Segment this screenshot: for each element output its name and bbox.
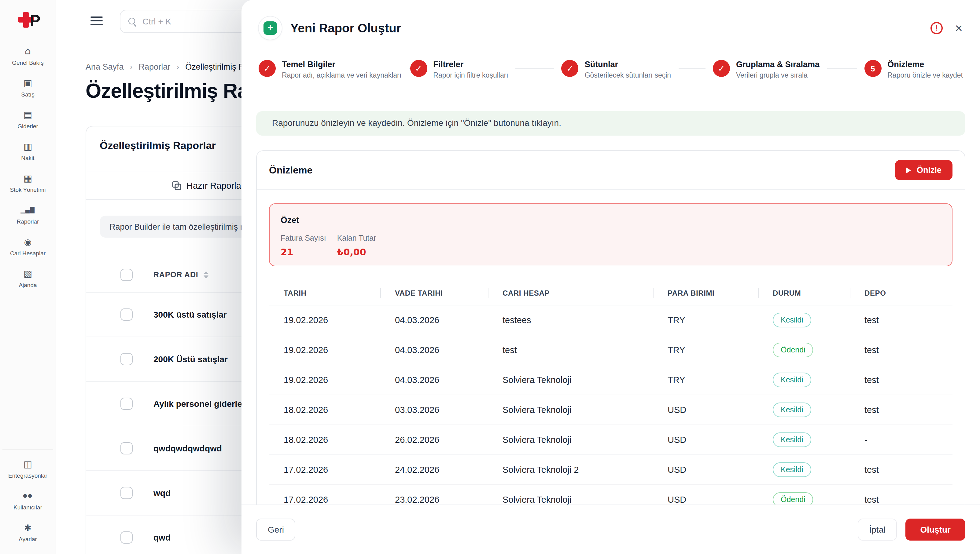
close-icon[interactable] <box>954 22 963 34</box>
sidebar-item-label: Kullanıcılar <box>13 504 42 511</box>
step-status: 4 <box>713 60 730 77</box>
row-checkbox[interactable] <box>120 487 132 499</box>
select-all-checkbox[interactable] <box>120 269 132 281</box>
cell-durum: Kesildi <box>758 365 850 395</box>
stepper-step[interactable]: 3 Sütunlar Gösterilecek sütunları seçin <box>562 60 713 79</box>
sidebar-item[interactable]: Ajanda <box>2 265 53 291</box>
sidebar-item[interactable]: Cari Hesaplar <box>2 233 53 259</box>
preview-table-body: 19.02.2026 04.03.2026 testees TRY Kesild… <box>269 306 953 505</box>
sidebar-item-label: Satış <box>21 91 34 98</box>
check-icon <box>567 64 573 73</box>
step-connector <box>516 68 554 69</box>
sidebar: P Genel Bakış Satış Giderler <box>0 0 56 554</box>
warning-icon[interactable] <box>930 22 942 34</box>
modal-actions <box>930 22 963 34</box>
row-checkbox[interactable] <box>120 398 132 410</box>
sidebar-item-label: Nakit <box>21 154 34 161</box>
stepper-step[interactable]: 4 Gruplama & Sıralama Verileri grupla ve… <box>713 60 864 79</box>
stepper-step[interactable]: 1 Temel Bilgiler Rapor adı, açıklama ve … <box>259 60 410 79</box>
sidebar-item[interactable]: Ayarlar <box>2 519 53 546</box>
cell-cari-hesap: test <box>488 335 653 365</box>
create-button[interactable]: Oluştur <box>905 519 965 541</box>
preview-title: Önizleme <box>269 165 313 176</box>
cash-icon <box>22 141 34 152</box>
cell-depo: test <box>850 455 953 484</box>
step-title: Temel Bilgiler <box>282 60 401 69</box>
sidebar-item[interactable]: Stok Yönetimi <box>2 170 53 196</box>
search-icon <box>128 17 137 26</box>
cell-para-birimi: USD <box>653 485 758 505</box>
copy-icon <box>172 181 182 191</box>
preview-button-label: Önizle <box>917 166 942 175</box>
step-text: Sütunlar Gösterilecek sütunları seçin <box>585 60 671 79</box>
sidebar-item[interactable]: Satış <box>2 75 53 101</box>
cell-depo: - <box>850 425 953 454</box>
status-badge: Ödendi <box>773 342 813 358</box>
cell-tarih: 17.02.2026 <box>269 485 380 505</box>
cell-cari-hesap: testees <box>488 306 653 335</box>
column-header: DURUM <box>758 281 850 305</box>
agenda-icon <box>22 268 34 279</box>
cell-durum: Kesildi <box>758 425 850 454</box>
stepper-step[interactable]: 5 Önizleme Raporu önizle ve kaydet <box>864 60 963 79</box>
breadcrumb-item[interactable]: Raporlar <box>124 62 171 72</box>
cell-durum: Ödendi <box>758 335 850 365</box>
table-row: 18.02.2026 03.03.2026 Solviera Teknoloji… <box>269 395 953 425</box>
report-name: qwd <box>153 533 171 542</box>
cell-cari-hesap: Solviera Teknoloji <box>488 425 653 454</box>
sidebar-item-label: Ajanda <box>19 282 37 288</box>
stat-label: Fatura Sayısı <box>281 234 326 242</box>
sidebar-nav: Genel Bakış Satış Giderler Nakit <box>2 43 53 291</box>
integrations-icon <box>22 459 34 470</box>
row-checkbox[interactable] <box>120 309 132 321</box>
sidebar-item-label: Raporlar <box>17 218 39 225</box>
stat-label: Kalan Tutar <box>337 234 376 242</box>
status-badge: Kesildi <box>773 462 811 478</box>
sidebar-item[interactable]: Genel Bakış <box>2 43 53 69</box>
sales-icon <box>22 78 34 89</box>
report-name: wqd <box>153 488 171 498</box>
step-title: Sütunlar <box>585 60 671 69</box>
report-name: 300K üstü satışlar <box>153 310 227 320</box>
back-button[interactable]: Geri <box>256 519 295 541</box>
sidebar-item[interactable]: Kullanıcılar <box>2 487 53 514</box>
row-checkbox[interactable] <box>120 353 132 365</box>
cell-vade-tarihi: 24.02.2026 <box>380 455 488 484</box>
cell-tarih: 17.02.2026 <box>269 455 380 484</box>
preview-button[interactable]: Önizle <box>895 160 953 180</box>
breadcrumb-item[interactable]: Ana Sayfa <box>86 62 124 72</box>
sort-icon[interactable] <box>204 271 209 278</box>
app-logo[interactable]: P <box>15 7 41 33</box>
sidebar-item-label: Genel Bakış <box>12 59 44 66</box>
step-subtitle: Raporu önizle ve kaydet <box>887 72 963 79</box>
report-name: qwdqwdqwdqwd <box>153 443 222 453</box>
cancel-button[interactable]: İptal <box>858 519 897 541</box>
step-subtitle: Rapor adı, açıklama ve veri kaynakları <box>282 72 401 79</box>
cell-depo: test <box>850 365 953 395</box>
table-row: 19.02.2026 04.03.2026 test TRY Ödendi te… <box>269 335 953 365</box>
table-row: 19.02.2026 04.03.2026 Solviera Teknoloji… <box>269 365 953 395</box>
stepper-step[interactable]: 2 Filtreler Rapor için filtre koşulları <box>410 60 561 79</box>
sidebar-item[interactable]: Nakit <box>2 138 53 164</box>
cell-depo: test <box>850 485 953 505</box>
table-row: 18.02.2026 26.02.2026 Solviera Teknoloji… <box>269 425 953 455</box>
check-icon <box>263 64 271 73</box>
row-checkbox[interactable] <box>120 442 132 454</box>
summary-title: Özet <box>281 215 941 225</box>
sidebar-item[interactable]: Entegrasyonlar <box>2 456 53 482</box>
column-header: DEPO <box>850 281 953 305</box>
preview-card: Önizleme Önizle Özet Fatura Sayısı <box>256 150 965 505</box>
step-status: 5 <box>864 60 881 77</box>
sidebar-item[interactable]: Giderler <box>2 106 53 132</box>
menu-icon[interactable] <box>91 16 103 25</box>
tab-hazir-raporlar[interactable]: Hazır Raporlar <box>172 181 244 191</box>
logo-letter: P <box>30 12 40 29</box>
cell-durum: Kesildi <box>758 306 850 335</box>
sidebar-item-label: Giderler <box>18 123 38 129</box>
sidebar-item[interactable]: Raporlar <box>2 202 53 228</box>
cell-vade-tarihi: 04.03.2026 <box>380 365 488 395</box>
step-title: Önizleme <box>887 60 963 69</box>
status-badge: Ödendi <box>773 492 813 505</box>
step-number: 5 <box>871 64 875 73</box>
row-checkbox[interactable] <box>120 532 132 544</box>
